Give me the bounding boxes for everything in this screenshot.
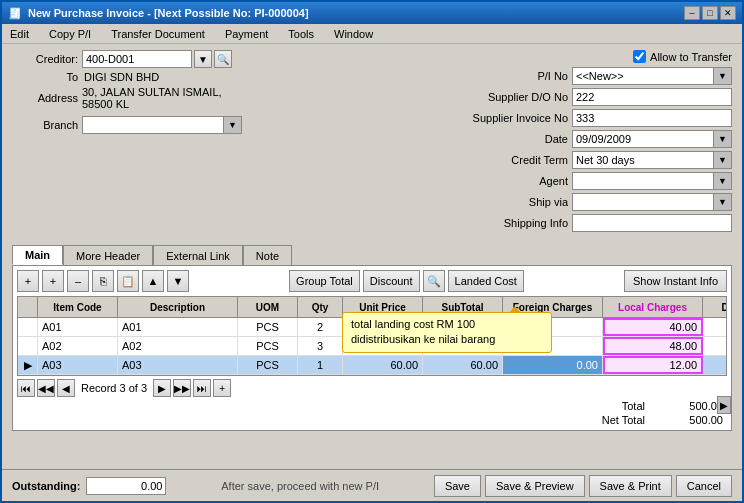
discount-search-button[interactable]: 🔍 <box>423 270 445 292</box>
agent-input[interactable]: ▼ <box>572 172 732 190</box>
pi-no-dropdown-arrow[interactable]: ▼ <box>713 68 731 84</box>
branch-label: Branch <box>12 119 82 131</box>
branch-dropdown-arrow[interactable]: ▼ <box>223 117 241 133</box>
row1-local-charges[interactable]: 40.00 <box>603 318 703 336</box>
close-button[interactable]: ✕ <box>720 6 736 20</box>
row3-local-charges[interactable]: 12.00 <box>603 356 703 374</box>
supplier-inv-row: Supplier Invoice No <box>392 109 732 127</box>
save-print-button[interactable]: Save & Print <box>589 475 672 497</box>
row3-unit-price[interactable]: 60.00 <box>343 356 423 374</box>
shipping-info-input[interactable] <box>572 214 732 232</box>
menu-tools[interactable]: Tools <box>284 28 318 40</box>
outstanding-input[interactable] <box>86 477 166 495</box>
save-button[interactable]: Save <box>434 475 481 497</box>
window-icon: 🧾 <box>8 7 22 20</box>
row2-uom[interactable]: PCS <box>238 337 298 355</box>
delete-row-button[interactable]: – <box>67 270 89 292</box>
nav-prev-button[interactable]: ◀ <box>57 379 75 397</box>
credit-term-row: Credit Term Net 30 days ▼ <box>392 151 732 169</box>
maximize-button[interactable]: □ <box>702 6 718 20</box>
nav-prev-prev-button[interactable]: ◀◀ <box>37 379 55 397</box>
creditor-browse-button[interactable]: ▼ <box>194 50 212 68</box>
address-label: Address <box>12 92 82 104</box>
row1-qty[interactable]: 2 <box>298 318 343 336</box>
table-row: ▶ A03 A03 PCS 1 60.00 60.00 0.00 12.00 6… <box>18 356 726 375</box>
creditor-input[interactable] <box>82 50 192 68</box>
row2-qty[interactable]: 3 <box>298 337 343 355</box>
col-uom: UOM <box>238 297 298 317</box>
row1-description[interactable]: A01 <box>118 318 238 336</box>
address-value: 30, JALAN SULTAN ISMAIL, 58500 KL <box>82 86 222 110</box>
row3-qty[interactable]: 1 <box>298 356 343 374</box>
tab-note[interactable]: Note <box>243 245 292 265</box>
shipping-info-row: Shipping Info <box>392 214 732 232</box>
up-button[interactable]: ▲ <box>142 270 164 292</box>
menu-edit[interactable]: Edit <box>6 28 33 40</box>
row3-duty[interactable]: 6.00 <box>703 356 727 374</box>
date-row: Date 09/09/2009 ▼ <box>392 130 732 148</box>
credit-term-value: Net 30 days <box>576 154 635 166</box>
date-input[interactable]: 09/09/2009 ▼ <box>572 130 732 148</box>
row3-uom[interactable]: PCS <box>238 356 298 374</box>
nav-last-button[interactable]: ⏭ <box>193 379 211 397</box>
menu-copy-pi[interactable]: Copy P/I <box>45 28 95 40</box>
agent-dropdown-arrow[interactable]: ▼ <box>713 173 731 189</box>
credit-term-input[interactable]: Net 30 days ▼ <box>572 151 732 169</box>
row3-item-code[interactable]: A03 <box>38 356 118 374</box>
pi-no-input[interactable]: <<New>> ▼ <box>572 67 732 85</box>
tabs-area: Main More Header External Link Note <box>2 241 742 265</box>
tab-main[interactable]: Main <box>12 245 63 265</box>
row2-duty[interactable]: 9.00 <box>703 337 727 355</box>
minimize-button[interactable]: – <box>684 6 700 20</box>
discount-button[interactable]: Discount <box>363 270 420 292</box>
paste-row-button[interactable]: 📋 <box>117 270 139 292</box>
supplier-do-input[interactable] <box>572 88 732 106</box>
row3-foreign-charges[interactable]: 0.00 <box>503 356 603 374</box>
row1-uom[interactable]: PCS <box>238 318 298 336</box>
menu-window[interactable]: Window <box>330 28 377 40</box>
ship-via-input[interactable]: ▼ <box>572 193 732 211</box>
copy-row-button[interactable]: ⎘ <box>92 270 114 292</box>
row2-item-code[interactable]: A02 <box>38 337 118 355</box>
cancel-button[interactable]: Cancel <box>676 475 732 497</box>
branch-input[interactable]: ▼ <box>82 116 242 134</box>
row3-subtotal[interactable]: 60.00 <box>423 356 503 374</box>
menu-transfer-document[interactable]: Transfer Document <box>107 28 209 40</box>
add-row2-button[interactable]: + <box>42 270 64 292</box>
col-duty: Duty <box>703 297 727 317</box>
window-title: New Purchase Invoice - [Next Possible No… <box>28 7 309 19</box>
tab-more-header[interactable]: More Header <box>63 245 153 265</box>
row2-local-charges[interactable]: 48.00 <box>603 337 703 355</box>
outstanding-area: Outstanding: <box>12 477 166 495</box>
save-preview-button[interactable]: Save & Preview <box>485 475 585 497</box>
ship-via-dropdown-arrow[interactable]: ▼ <box>713 194 731 210</box>
credit-term-dropdown-arrow[interactable]: ▼ <box>713 152 731 168</box>
landed-cost-button[interactable]: Landed Cost <box>448 270 524 292</box>
nav-first-button[interactable]: ⏮ <box>17 379 35 397</box>
nav-next-button[interactable]: ▶ <box>153 379 171 397</box>
show-instant-info-button[interactable]: Show Instant Info <box>624 270 727 292</box>
address-line2: 58500 KL <box>82 98 222 110</box>
agent-row: Agent ▼ <box>392 172 732 190</box>
scroll-right-button[interactable]: ▶ <box>717 396 731 414</box>
tab-external-link[interactable]: External Link <box>153 245 243 265</box>
date-dropdown-arrow[interactable]: ▼ <box>713 131 731 147</box>
creditor-search-button[interactable]: 🔍 <box>214 50 232 68</box>
down-button[interactable]: ▼ <box>167 270 189 292</box>
col-indicator <box>18 297 38 317</box>
nav-next-next-button[interactable]: ▶▶ <box>173 379 191 397</box>
menu-payment[interactable]: Payment <box>221 28 272 40</box>
row1-duty[interactable]: 10.00 <box>703 318 727 336</box>
allow-transfer-label: Allow to Transfer <box>650 51 732 63</box>
row3-description[interactable]: A03 <box>118 356 238 374</box>
menubar: Edit Copy P/I Transfer Document Payment … <box>2 24 742 44</box>
allow-transfer-checkbox[interactable] <box>633 50 646 63</box>
supplier-inv-input[interactable] <box>572 109 732 127</box>
net-total-label: Net Total <box>585 414 645 426</box>
add-row-button[interactable]: + <box>17 270 39 292</box>
row1-item-code[interactable]: A01 <box>38 318 118 336</box>
group-total-button[interactable]: Group Total <box>289 270 360 292</box>
nav-add-button[interactable]: + <box>213 379 231 397</box>
row2-description[interactable]: A02 <box>118 337 238 355</box>
ship-via-row: Ship via ▼ <box>392 193 732 211</box>
